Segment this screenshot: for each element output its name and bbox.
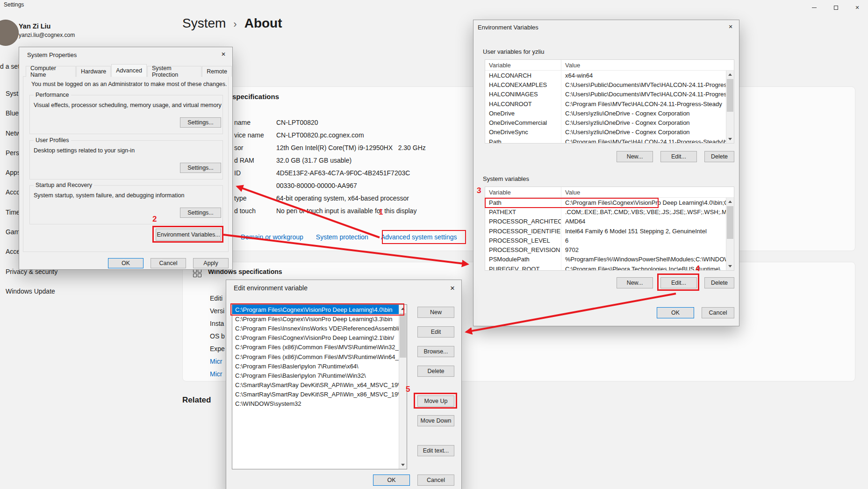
env-row-processor-level[interactable]: PROCESSOR_LEVEL6 [485,236,726,245]
group-description: Desktop settings related to your sign-in [34,147,135,154]
env-value-cell: C:\Users\Public\Documents\MVTec\HALCON-2… [561,90,726,99]
env-variable-cell: HALCONARCH [485,71,561,80]
env-row-onedrive[interactable]: OneDriveC:\Users\yzliu\OneDrive - Cognex… [485,108,726,118]
settings-link-fragment[interactable]: Micr [210,355,225,367]
env-variable-cell: OneDrive [485,108,561,118]
close-button[interactable]: ✕ [846,0,868,15]
ok-button[interactable]: OK [657,307,694,318]
spec-label: name [234,119,276,126]
env-row-processor-architectu[interactable]: PROCESSOR_ARCHITECTU...AMD64 [485,217,726,226]
scrollbar[interactable] [399,305,407,469]
new-button[interactable]: New [417,307,454,318]
cancel-button[interactable]: Cancel [417,475,454,486]
path-list-item[interactable]: C:\Program Files (x86)\Common Files\MVS\… [232,352,399,361]
user-variables-table: Variable Value HALCONARCHx64-win64HALCON… [485,59,734,144]
delete-button[interactable]: Delete [417,366,454,377]
close-icon: ✕ [855,5,859,11]
link-system-protection[interactable]: System protection [316,233,368,241]
cancel-button[interactable]: Cancel [702,307,734,318]
scroll-up-icon [401,308,405,310]
path-list-item[interactable]: C:\SmartRay\SmartRay DevKit\SR_API\Win_x… [232,390,399,399]
scrollbar[interactable] [726,198,734,270]
env-variable-cell: PROCESSOR_LEVEL [485,236,561,245]
scroll-up-icon [728,73,732,76]
close-icon[interactable]: ✕ [215,48,232,61]
env-row-psmodulepath[interactable]: PSModulePath%ProgramFiles%\WindowsPowerS… [485,255,726,264]
path-list-item[interactable]: C:\Program Files\Insnex\InsWorks VDE\Ref… [232,324,399,333]
move-up-button[interactable]: Move Up [417,396,454,407]
env-value-cell: Intel64 Family 6 Model 151 Stepping 2, G… [561,226,726,236]
user-delete-button[interactable]: Delete [704,151,734,162]
apply-button[interactable]: Apply [193,258,229,268]
close-icon[interactable]: ✕ [723,21,739,33]
env-row-onedrivesync[interactable]: OneDriveSyncC:\Users\yzliu\OneDrive - Co… [485,128,726,137]
env-variable-cell: HALCONEXAMPLES [485,80,561,89]
scrollbar[interactable] [726,71,734,143]
user-edit-button[interactable]: Edit... [660,151,697,162]
edit-text-button[interactable]: Edit text... [417,445,454,456]
ok-button[interactable]: OK [373,475,410,486]
column-header-value[interactable]: Value [561,187,734,197]
edit-environment-variable-dialog: Edit environment variable ✕ C:\Program F… [226,280,462,489]
link-domain-or-workgroup[interactable]: Domain or workgroup [241,233,303,241]
spec-label-fragment: OS b [210,330,225,342]
path-list-item[interactable]: C:\Program Files\Cognex\VisionPro Deep L… [232,305,399,314]
settings-button[interactable]: Settings... [180,208,221,218]
env-variable-cell: HALCONROOT [485,99,561,108]
path-list-item[interactable]: C:\SmartRay\SmartRay DevKit\SR_API\Win_x… [232,381,399,390]
system-delete-button[interactable]: Delete [704,277,734,288]
environment-variables-button[interactable]: Environment Variables... [156,229,221,241]
path-list-item[interactable]: C:\Program Files\Basler\pylon 7\Runtime\… [232,371,399,380]
env-row-halconexamples[interactable]: HALCONEXAMPLESC:\Users\Public\Documents\… [485,80,726,89]
env-row-pathext[interactable]: PATHEXT.COM;.EXE;.BAT;.CMD;.VBS;.VBE;.JS… [485,207,726,216]
table-header: Variable Value [485,60,734,71]
env-row-path[interactable]: PathC:\Program Files\Cognex\VisionPro De… [485,198,726,207]
ok-button[interactable]: OK [108,258,143,268]
path-list-item[interactable]: C:\Program Files\Cognex\VisionPro Deep L… [232,333,399,343]
env-row-puregev-root[interactable]: PUREGEV_ROOTC:\Program Files\Pleora Tech… [485,264,726,270]
minimize-button[interactable] [803,0,825,15]
system-new-button[interactable]: New... [617,277,653,288]
env-row-halconroot[interactable]: HALCONROOTC:\Program Files\MVTec\HALCON-… [485,99,726,108]
settings-link-fragment[interactable]: Micr [210,367,225,380]
browse-button[interactable]: Browse... [417,346,454,357]
move-down-button[interactable]: Move Down [417,415,454,426]
path-list-item[interactable]: C:\WINDOWS\system32 [232,399,399,409]
spec-label: vice name [234,131,276,139]
tab-remote[interactable]: Remote [202,66,232,77]
path-list-item[interactable]: C:\Program Files (x86)\Common Files\MVS\… [232,343,399,352]
env-variable-cell: PROCESSOR_IDENTIFIER [485,226,561,236]
breadcrumb-parent[interactable]: System [182,16,226,31]
column-header-variable[interactable]: Variable [485,60,561,70]
env-row-processor-identifier[interactable]: PROCESSOR_IDENTIFIERIntel64 Family 6 Mod… [485,226,726,236]
tab-hardware[interactable]: Hardware [76,66,111,77]
env-variable-cell: HALCONIMAGES [485,90,561,99]
settings-button[interactable]: Settings... [180,117,221,128]
edit-button[interactable]: Edit [417,326,454,338]
settings-button[interactable]: Settings... [180,163,221,173]
link-advanced-system-settings[interactable]: Advanced system settings [381,233,457,241]
avatar[interactable] [0,20,19,46]
cancel-button[interactable]: Cancel [151,258,186,268]
env-row-processor-revision[interactable]: PROCESSOR_REVISION9702 [485,245,726,254]
sidebar-item-windows-update[interactable]: Windows Update [6,288,85,307]
column-header-variable[interactable]: Variable [485,187,561,197]
close-icon[interactable]: ✕ [445,281,460,295]
search-input[interactable]: d a set [0,63,20,70]
system-edit-button[interactable]: Edit... [660,277,697,288]
page-title: About [244,16,282,31]
path-list-item[interactable]: C:\Program Files\Cognex\VisionPro Deep L… [232,314,399,324]
env-row-halconarch[interactable]: HALCONARCHx64-win64 [485,71,726,80]
maximize-button[interactable] [825,0,846,15]
tab-system-protection[interactable]: System Protection [147,66,201,77]
env-row-path[interactable]: PathC:\Program Files\MVTec\HALCON-24.11-… [485,137,726,143]
tab-advanced[interactable]: Advanced [111,64,147,77]
env-variable-cell: PUREGEV_ROOT [485,264,561,270]
user-new-button[interactable]: New... [617,151,653,162]
env-row-halconimages[interactable]: HALCONIMAGESC:\Users\Public\Documents\MV… [485,90,726,99]
env-row-onedrivecommercial[interactable]: OneDriveCommercialC:\Users\yzliu\OneDriv… [485,118,726,127]
path-list-item[interactable]: C:\Program Files\Basler\pylon 7\Runtime\… [232,361,399,371]
column-header-value[interactable]: Value [561,60,734,70]
sidebar-item-privacy-security[interactable]: Privacy & security [6,268,85,288]
tab-computer-name[interactable]: Computer Name [26,66,76,77]
